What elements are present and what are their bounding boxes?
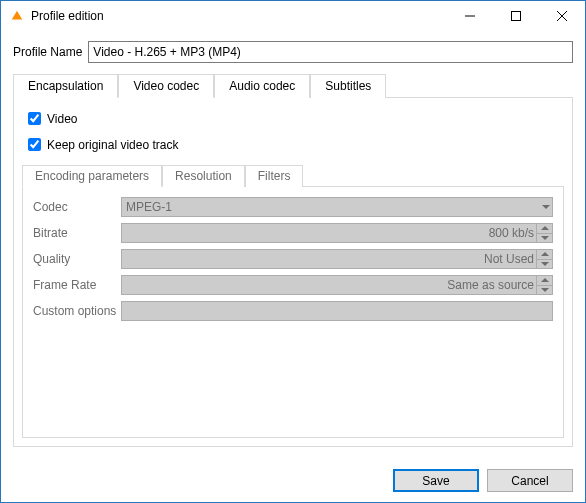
caret-down-icon bbox=[541, 260, 549, 268]
video-checkbox-label: Video bbox=[47, 112, 77, 126]
framerate-label: Frame Rate bbox=[33, 278, 121, 292]
custom-options-row: Custom options bbox=[33, 301, 553, 321]
chevron-down-icon bbox=[542, 203, 550, 211]
bitrate-label: Bitrate bbox=[33, 226, 121, 240]
svg-marker-10 bbox=[541, 262, 549, 266]
titlebar: Profile edition bbox=[1, 1, 585, 31]
sub-tabs: Encoding parameters Resolution Filters bbox=[22, 164, 564, 187]
bitrate-spinner[interactable]: 800 kb/s bbox=[121, 223, 553, 243]
maximize-button[interactable] bbox=[493, 1, 539, 31]
window-title: Profile edition bbox=[31, 9, 104, 23]
main-tabs: Encapsulation Video codec Audio codec Su… bbox=[13, 73, 573, 98]
svg-marker-8 bbox=[541, 236, 549, 240]
caret-up-icon bbox=[541, 276, 549, 284]
tab-video-codec[interactable]: Video codec bbox=[118, 74, 214, 98]
video-checkbox[interactable] bbox=[28, 112, 41, 125]
bitrate-up-button[interactable] bbox=[536, 224, 552, 233]
cancel-button-label: Cancel bbox=[511, 474, 548, 488]
quality-row: Quality Not Used bbox=[33, 249, 553, 269]
caret-up-icon bbox=[541, 224, 549, 232]
window: Profile edition Profile Name Encapsulati… bbox=[0, 0, 586, 503]
app-icon bbox=[9, 8, 25, 24]
video-codec-panel: Video Keep original video track Encoding… bbox=[13, 98, 573, 447]
tab-audio-codec[interactable]: Audio codec bbox=[214, 74, 310, 98]
profile-name-label: Profile Name bbox=[13, 45, 82, 59]
save-button[interactable]: Save bbox=[393, 469, 479, 492]
svg-marker-7 bbox=[541, 226, 549, 230]
close-button[interactable] bbox=[539, 1, 585, 31]
codec-label: Codec bbox=[33, 200, 121, 214]
caret-up-icon bbox=[541, 250, 549, 258]
framerate-row: Frame Rate Same as source bbox=[33, 275, 553, 295]
tab-subtitles[interactable]: Subtitles bbox=[310, 74, 386, 98]
footer: Save Cancel bbox=[1, 459, 585, 502]
close-icon bbox=[557, 11, 567, 21]
tab-resolution[interactable]: Resolution bbox=[162, 165, 245, 187]
custom-options-label: Custom options bbox=[33, 304, 121, 318]
codec-value: MPEG-1 bbox=[126, 200, 172, 214]
svg-rect-1 bbox=[11, 20, 23, 22]
svg-marker-11 bbox=[541, 278, 549, 282]
svg-rect-3 bbox=[512, 12, 521, 21]
profile-name-row: Profile Name bbox=[13, 41, 573, 63]
custom-options-input[interactable] bbox=[121, 301, 553, 321]
tab-filters[interactable]: Filters bbox=[245, 165, 304, 187]
encoding-parameters-panel: Codec MPEG-1 Bitrate 800 kb/s bbox=[22, 187, 564, 438]
codec-select[interactable]: MPEG-1 bbox=[121, 197, 553, 217]
caret-down-icon bbox=[541, 286, 549, 294]
quality-value: Not Used bbox=[484, 252, 534, 266]
svg-marker-0 bbox=[11, 10, 23, 20]
codec-row: Codec MPEG-1 bbox=[33, 197, 553, 217]
framerate-down-button[interactable] bbox=[536, 285, 552, 295]
maximize-icon bbox=[511, 11, 521, 21]
quality-up-button[interactable] bbox=[536, 250, 552, 259]
quality-down-button[interactable] bbox=[536, 259, 552, 269]
svg-marker-12 bbox=[541, 288, 549, 292]
bitrate-row: Bitrate 800 kb/s bbox=[33, 223, 553, 243]
keep-original-label: Keep original video track bbox=[47, 138, 178, 152]
tab-encoding-parameters[interactable]: Encoding parameters bbox=[22, 165, 162, 187]
svg-marker-9 bbox=[541, 252, 549, 256]
bitrate-down-button[interactable] bbox=[536, 233, 552, 243]
save-button-label: Save bbox=[422, 474, 449, 488]
quality-spinner[interactable]: Not Used bbox=[121, 249, 553, 269]
cancel-button[interactable]: Cancel bbox=[487, 469, 573, 492]
keep-original-checkbox[interactable] bbox=[28, 138, 41, 151]
caret-down-icon bbox=[541, 234, 549, 242]
svg-marker-6 bbox=[542, 205, 550, 209]
framerate-value: Same as source bbox=[447, 278, 534, 292]
quality-label: Quality bbox=[33, 252, 121, 266]
video-checkbox-row: Video bbox=[24, 109, 564, 128]
keep-original-row: Keep original video track bbox=[24, 135, 564, 154]
framerate-spinner[interactable]: Same as source bbox=[121, 275, 553, 295]
tab-encapsulation[interactable]: Encapsulation bbox=[13, 74, 118, 98]
bitrate-value: 800 kb/s bbox=[489, 226, 534, 240]
minimize-button[interactable] bbox=[447, 1, 493, 31]
minimize-icon bbox=[465, 11, 475, 21]
framerate-up-button[interactable] bbox=[536, 276, 552, 285]
content-area: Profile Name Encapsulation Video codec A… bbox=[1, 31, 585, 459]
profile-name-input[interactable] bbox=[88, 41, 573, 63]
